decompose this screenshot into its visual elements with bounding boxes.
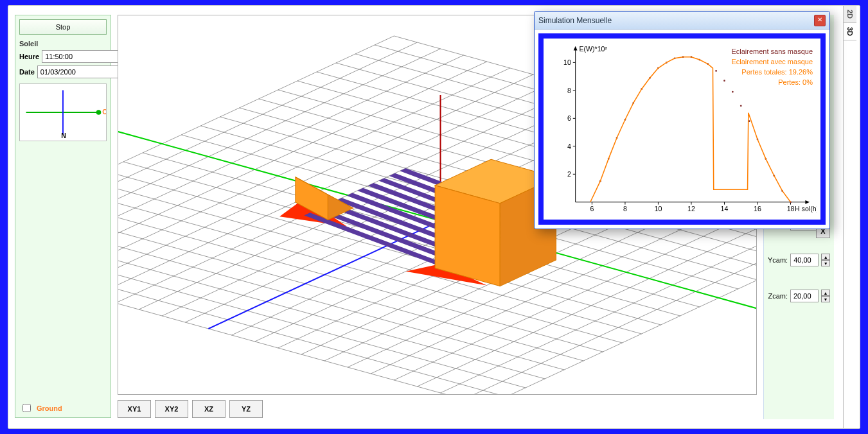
svg-point-1 xyxy=(96,110,102,115)
legend-avec: Eclairement avec masque xyxy=(731,56,813,67)
svg-point-119 xyxy=(723,80,725,82)
svg-marker-77 xyxy=(805,200,810,204)
stop-button[interactable]: Stop xyxy=(19,19,107,35)
compass-o: O xyxy=(102,108,106,116)
svg-text:8: 8 xyxy=(567,87,571,94)
compass: O N xyxy=(19,83,107,141)
tab-2d[interactable]: 2D xyxy=(844,6,856,23)
svg-point-118 xyxy=(715,70,717,72)
ground-label: Ground xyxy=(37,404,62,412)
view-xy2-button[interactable]: XY2 xyxy=(155,400,188,418)
svg-line-6 xyxy=(118,42,417,258)
compass-n: N xyxy=(61,132,66,139)
legend-sans: Eclairement sans masque xyxy=(731,46,813,56)
svg-text:16: 16 xyxy=(754,205,761,213)
tab-rail: 2D 3D xyxy=(843,6,860,428)
date-label: Date xyxy=(19,68,35,76)
chart-window[interactable]: Simulation Mensuelle ✕ 24681068101214161… xyxy=(534,11,830,229)
ground-checkbox-row: Ground xyxy=(20,402,62,414)
chart-legend: Eclairement sans masque Eclairement avec… xyxy=(731,46,813,87)
svg-text:6: 6 xyxy=(567,114,571,122)
heure-label: Heure xyxy=(19,53,39,60)
tab-3d[interactable]: 3D xyxy=(844,23,856,40)
svg-text:8: 8 xyxy=(623,205,627,213)
ycam-label: Ycam: xyxy=(768,256,788,264)
svg-marker-69 xyxy=(435,186,500,286)
view-buttons: XY1 XY2 XZ YZ xyxy=(118,400,263,418)
view-xy1-button[interactable]: XY1 xyxy=(118,400,151,418)
chart-title-text: Simulation Mensuelle xyxy=(538,16,612,25)
svg-text:14: 14 xyxy=(721,205,729,213)
svg-line-8 xyxy=(118,49,441,265)
svg-text:12: 12 xyxy=(687,205,695,213)
legend-pertes-totales: Pertes totales: 19.26% xyxy=(731,67,813,77)
chart-frame: 246810681012141618E(W)*10²H sol(h) Eclai… xyxy=(538,33,826,225)
svg-line-4 xyxy=(118,36,394,252)
chart-area: 246810681012141618E(W)*10²H sol(h) Eclai… xyxy=(547,42,817,216)
view-xz-button[interactable]: XZ xyxy=(192,400,226,418)
svg-text:10: 10 xyxy=(563,58,571,66)
soleil-group-label: Soleil xyxy=(19,40,107,48)
svg-point-120 xyxy=(732,91,734,93)
svg-text:H sol(h): H sol(h) xyxy=(795,205,817,213)
ycam-input[interactable] xyxy=(790,254,819,266)
ground-checkbox[interactable] xyxy=(22,404,31,412)
chart-titlebar[interactable]: Simulation Mensuelle ✕ xyxy=(535,12,829,30)
svg-text:6: 6 xyxy=(590,205,594,213)
svg-text:4: 4 xyxy=(567,143,571,150)
svg-text:18: 18 xyxy=(787,205,795,213)
left-panel: Stop Soleil Heure ▲▼ Date ▼ O N xyxy=(15,15,111,418)
svg-marker-76 xyxy=(574,46,578,51)
close-icon[interactable]: ✕ xyxy=(814,15,826,26)
view-yz-button[interactable]: YZ xyxy=(229,400,263,418)
zcam-label: Zcam: xyxy=(768,292,788,300)
legend-pertes: Pertes: 0% xyxy=(731,77,813,87)
svg-point-121 xyxy=(740,105,742,107)
svg-text:E(W)*10²: E(W)*10² xyxy=(579,45,607,53)
svg-text:2: 2 xyxy=(567,170,571,178)
zcam-input[interactable] xyxy=(790,290,819,302)
svg-text:10: 10 xyxy=(655,205,662,213)
